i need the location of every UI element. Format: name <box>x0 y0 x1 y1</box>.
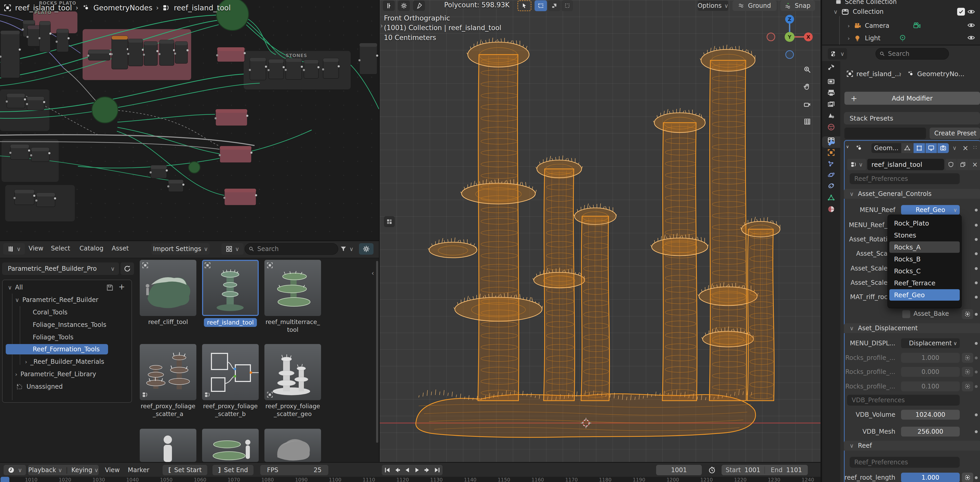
tool-knife-button[interactable] <box>413 0 425 11</box>
asset-library-select[interactable]: Parametric_Reef_Builder_Pro ∨ <box>2 262 119 275</box>
outliner-light[interactable]: › Light <box>848 33 907 43</box>
drag-handle-icon[interactable]: ∷ <box>973 144 977 151</box>
catalog-item-coral-tools[interactable]: Coral_Tools <box>33 307 68 318</box>
asset-thumbnail-reef-multiterrace-tool[interactable] <box>264 260 321 316</box>
navigation-gizmo[interactable]: Z X Y <box>766 10 818 59</box>
prev-keyframe-button[interactable] <box>393 467 402 473</box>
fps-field[interactable]: FPS 25 <box>260 465 328 475</box>
play-button[interactable] <box>412 467 422 473</box>
pan-button[interactable] <box>802 81 813 93</box>
toggle-realtime[interactable] <box>926 143 937 153</box>
region-expand-icon[interactable]: › <box>380 22 383 30</box>
decorator-extras[interactable] <box>962 381 973 391</box>
tab-render[interactable] <box>826 77 836 86</box>
collection-checkbox[interactable] <box>957 8 965 16</box>
end-frame-field[interactable]: End 1101 <box>765 466 808 474</box>
editor-type-button[interactable]: ∨ <box>4 465 26 475</box>
menu-asset[interactable]: Asset <box>112 245 129 252</box>
unlink-button[interactable]: × <box>969 159 980 170</box>
asset-thumbnail-reef-island-tool[interactable] <box>202 260 259 316</box>
catalog-item-parametric-reef-library[interactable]: › Parametric_Reef_Library <box>15 369 96 379</box>
modifier-extras-dropdown[interactable]: ∨ <box>953 145 957 151</box>
prop-field[interactable]: 0.000 <box>901 367 960 377</box>
camera-view-button[interactable] <box>802 99 813 110</box>
asset-label[interactable]: reef_proxy_foliage_scatter_b <box>202 402 259 418</box>
select-extend-button[interactable] <box>548 0 560 11</box>
jump-start-button[interactable] <box>383 467 393 473</box>
hide-viewport-icon[interactable] <box>967 8 975 16</box>
select-box-button[interactable] <box>535 0 547 11</box>
prop-field[interactable]: 1.000 <box>901 353 960 363</box>
start-frame-field[interactable]: Start 1001 <box>722 466 765 474</box>
asset-label[interactable]: reef_cliff_tool <box>140 318 196 326</box>
catalog-item-reef-formation-tools[interactable]: Reef_Formation_Tools <box>6 344 108 354</box>
tab-object-data[interactable] <box>826 193 836 203</box>
new-copy-button[interactable] <box>957 159 969 170</box>
add-modifier-button[interactable]: + Add Modifier <box>845 92 980 105</box>
dropdown-item-reef-geo[interactable]: Reef_Geo <box>889 289 960 301</box>
decorator-dot[interactable] <box>975 342 978 345</box>
section-reef[interactable]: ∨ Reef <box>844 441 980 450</box>
display-mode-button[interactable]: ∨ <box>221 243 243 255</box>
decorator-dot[interactable] <box>975 356 978 359</box>
decorator-dot[interactable] <box>975 385 978 388</box>
menu-reef-dropdown[interactable]: Reef_Geo ∨ <box>901 205 960 215</box>
dropdown-item-stones[interactable]: Stones <box>889 230 960 241</box>
asset-label[interactable]: reef_proxy_foliage_scatter_geo <box>264 402 321 418</box>
timeline-ruler[interactable]: 1010102010301040105010601070108010901100… <box>0 477 821 482</box>
set-start-button[interactable]: [ Set Start <box>162 465 207 475</box>
refresh-library-button[interactable] <box>121 262 134 275</box>
asset-settings-button[interactable] <box>359 243 374 255</box>
tab-object[interactable] <box>826 148 836 157</box>
outliner-camera[interactable]: › Camera <box>848 21 921 31</box>
zoom-button[interactable] <box>802 64 813 75</box>
breadcrumb-object[interactable]: reef_island_... <box>856 70 901 78</box>
breadcrumb-node-tree[interactable]: GeometryNo... <box>917 70 964 78</box>
decorator-extras[interactable] <box>962 353 973 363</box>
modifier-name-field[interactable]: Geom... <box>872 143 901 153</box>
decorator-dot[interactable] <box>975 224 978 227</box>
catalog-item-unassigned[interactable]: Unassigned <box>16 381 63 392</box>
asset-label[interactable]: reef_proxy_foliage_scatter_a <box>140 402 196 418</box>
keying-menu[interactable]: Keying ∨ <box>72 466 99 474</box>
decorator-dot[interactable] <box>975 430 978 433</box>
tab-scene[interactable] <box>826 111 836 120</box>
dropdown-item-rock-plato[interactable]: Rock_Plato <box>889 217 960 229</box>
menu-view[interactable]: View <box>29 245 43 252</box>
catalog-item-reef-builder-materials[interactable]: › _Reef_Builder_Materials <box>25 356 104 367</box>
reef-preferences-box[interactable]: Reef_Preferences <box>850 173 960 184</box>
asset-thumbnail[interactable] <box>202 429 259 462</box>
hide-viewport-icon[interactable] <box>967 21 975 29</box>
select-subtract-button[interactable] <box>562 0 573 11</box>
tab-physics[interactable] <box>826 170 836 180</box>
tab-world[interactable] <box>826 122 836 132</box>
asset-search-input[interactable] <box>257 245 334 253</box>
asset-search[interactable] <box>245 243 338 255</box>
jump-end-button[interactable] <box>432 467 442 473</box>
hide-viewport-icon[interactable] <box>967 34 975 41</box>
use-preview-range-button[interactable] <box>705 465 719 475</box>
asset-thumbnail-reef-cliff-tool[interactable] <box>140 260 196 316</box>
outliner-scene-collection[interactable]: Scene Collection <box>835 0 897 7</box>
ground-toggle-button[interactable]: Ground <box>732 0 776 11</box>
asset-thumbnail[interactable] <box>264 429 321 462</box>
catalog-item-parametric-reef-builder[interactable]: ∨ Parametric_Reef_Builder <box>15 295 99 305</box>
playback-menu[interactable]: Playback ∨ <box>28 466 62 474</box>
editor-type-button[interactable]: ∨ <box>3 243 25 255</box>
stack-presets-header[interactable]: Stack Presets <box>844 112 980 124</box>
import-settings-button[interactable]: Import Settings ∨ <box>151 243 210 255</box>
viewport-canvas[interactable] <box>380 0 821 462</box>
node-graph[interactable] <box>0 0 379 240</box>
decorator-dot[interactable] <box>975 252 978 255</box>
asset-label-selected[interactable]: reef_island_tool <box>202 318 259 327</box>
asset-thumbnail-reef-proxy-foliage-scatter-a[interactable] <box>140 344 196 400</box>
play-reverse-button[interactable] <box>402 467 412 473</box>
asset-label[interactable]: reef_multiterrace_tool <box>264 318 321 334</box>
create-preset-button[interactable]: Create Preset <box>930 128 980 139</box>
asset-thumbnail-reef-proxy-foliage-scatter-b[interactable] <box>202 344 259 400</box>
prop-field[interactable]: 1024.000 <box>901 410 960 420</box>
ortho-toggle-button[interactable] <box>802 116 813 127</box>
prop-field[interactable]: 0.100 <box>901 381 960 391</box>
tab-output[interactable] <box>826 88 836 97</box>
chevron-down-icon[interactable]: ∨ <box>846 144 849 149</box>
